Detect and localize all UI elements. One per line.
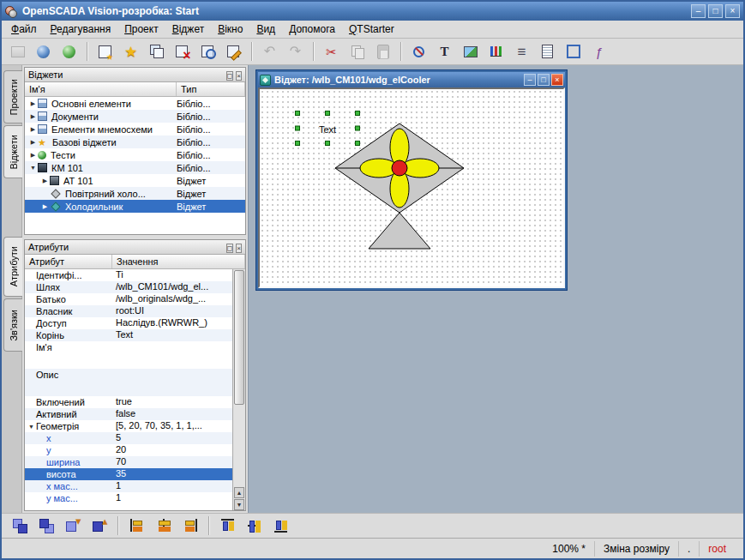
side-tab-1[interactable]: Проекти [3,70,22,123]
editor-minimize-button[interactable]: – [524,74,536,86]
attribute-row[interactable]: Шлях/wlb_CM101/wdg_el... [25,281,232,293]
menu-item-1[interactable]: Файл [5,21,43,37]
expand-icon[interactable]: ▶ [28,100,38,107]
attribute-row[interactable]: ▼Геометрія[5, 20, 70, 35, 1, 1,... [25,420,232,432]
column-header-2[interactable]: Тип [177,82,245,96]
attribute-row[interactable]: Власникroot:UI [25,305,232,317]
db-save-button[interactable] [57,40,81,63]
attribute-row[interactable]: y20 [25,444,232,456]
selection-handle[interactable] [356,142,360,146]
el-box-button[interactable] [561,40,586,63]
editor-maximize-button[interactable]: □ [538,74,550,86]
text-widget-label[interactable]: Text [319,124,336,135]
menu-item-2[interactable]: Редагування [45,21,117,37]
attribute-row[interactable]: Опис [25,369,232,396]
scrollbar-thumb[interactable] [234,270,244,405]
window-close-button[interactable]: × [725,4,740,18]
collapse-icon[interactable]: ▼ [27,424,36,430]
expand-icon[interactable]: ▶ [28,152,38,159]
tree-row[interactable]: ▶Основні елементиБібліо... [25,97,245,110]
column-header-1[interactable]: Атрибут [25,255,112,268]
tree-row[interactable]: ▶Елементи мнемосхемиБібліо... [25,123,245,135]
el-media-button[interactable] [458,40,483,63]
tree-row[interactable]: ▶АТ 101Віджет [25,174,245,187]
tree-row[interactable]: Повітряний холо...Віджет [25,187,245,200]
selection-handle[interactable] [356,111,360,116]
el-link-button[interactable] [586,40,611,63]
side-tab-3[interactable]: Атрибути [3,237,22,297]
attribute-row[interactable]: y мас...1 [25,492,232,504]
el-figure-button[interactable] [406,40,431,63]
selection-handle[interactable] [296,111,300,116]
align-hcenter-button[interactable] [151,515,176,538]
window-maximize-button[interactable]: □ [708,4,723,18]
widget-canvas[interactable]: Text [258,87,565,288]
menu-item-5[interactable]: Вікно [212,21,249,37]
editor-close-button[interactable]: × [551,74,563,86]
scroll-up-button[interactable]: ▲ [234,487,244,498]
attributes-panel-close-button[interactable]: × [236,244,242,253]
expand-icon[interactable]: ▶ [28,126,38,133]
el-document-button[interactable] [535,40,560,63]
menu-item-4[interactable]: Віджет [166,21,210,37]
tree-row[interactable]: ▼КМ 101Бібліо... [25,161,245,174]
widgets-panel-float-button[interactable]: ◻ [226,71,234,81]
attribute-row[interactable]: x5 [25,432,232,444]
copy-widget-button[interactable] [144,40,169,63]
attribute-row[interactable]: ДоступНаслідув.(RWRWR_) [25,317,232,329]
window-minimize-button[interactable]: – [691,4,706,18]
delete-widget-button[interactable] [170,40,195,63]
expand-icon[interactable]: ▶ [40,203,50,210]
expand-icon[interactable]: ▶ [40,178,50,184]
el-diagram-button[interactable] [484,40,508,63]
menu-item-8[interactable]: QTStarter [343,21,400,37]
widget-editor-window[interactable]: Віджет: /wlb_CM101/wdg_elCooler –□× Text [255,69,568,291]
menu-item-7[interactable]: Допомога [283,21,341,37]
cut-button[interactable] [319,40,344,63]
lower-button[interactable] [7,515,32,538]
widget-editor-titlebar[interactable]: Віджет: /wlb_CM101/wdg_elCooler –□× [258,72,565,87]
titlebar[interactable]: OpenSCADA Vision-розробка: Start –□× [2,2,743,21]
attribute-row[interactable]: висота35 [25,468,232,480]
db-load-button[interactable] [31,40,56,63]
attribute-row[interactable]: Активнийfalse [25,408,232,420]
view-widget-button[interactable] [195,40,220,63]
side-tab-2[interactable]: Віджети [3,125,22,178]
edit-widget-button[interactable] [221,40,246,63]
tree-row[interactable]: ▶Базові віджетиБібліо... [25,135,245,148]
el-protocol-button[interactable] [509,40,534,63]
new-widget-button[interactable] [118,40,143,63]
to-front-button[interactable] [87,515,111,538]
selection-handle[interactable] [296,126,300,130]
attributes-scrollbar[interactable]: ▲ ▼ [232,269,245,510]
column-header-1[interactable]: Ім'я [25,82,177,96]
align-right-button[interactable] [177,515,202,538]
attribute-row[interactable]: Ім'я [25,341,232,369]
selection-handle[interactable] [296,142,300,146]
to-back-button[interactable] [60,515,85,538]
align-bottom-button[interactable] [268,515,293,538]
expand-icon[interactable]: ▶ [28,113,38,120]
column-header-2[interactable]: Значення [112,255,245,268]
side-tab-4[interactable]: Зв'язки [3,298,22,352]
selection-handle[interactable] [326,142,330,146]
widgets-panel-close-button[interactable]: × [236,71,242,81]
tree-row[interactable]: ▶ТестиБібліо... [25,148,245,161]
selection-handle[interactable] [326,111,330,116]
collapse-icon[interactable]: ▼ [28,165,38,171]
new-library-button[interactable] [93,40,117,63]
el-text-button[interactable] [432,40,457,63]
align-vcenter-button[interactable] [242,515,267,538]
selection-handle[interactable] [356,126,360,130]
attribute-row[interactable]: Батько/wlb_originals/wdg_... [25,293,232,305]
attribute-row[interactable]: Включенийtrue [25,396,232,408]
menu-item-3[interactable]: Проект [118,21,165,37]
attribute-row[interactable]: КоріньText [25,329,232,341]
scroll-down-button[interactable]: ▼ [234,499,244,510]
attribute-row[interactable]: ширина70 [25,456,232,468]
tree-row[interactable]: ▶ДокументиБібліо... [25,110,245,123]
raise-button[interactable] [33,515,58,538]
attribute-row[interactable]: Ідентифі...Ti [25,269,232,281]
expand-icon[interactable]: ▶ [28,139,38,146]
menu-item-6[interactable]: Вид [250,21,281,37]
